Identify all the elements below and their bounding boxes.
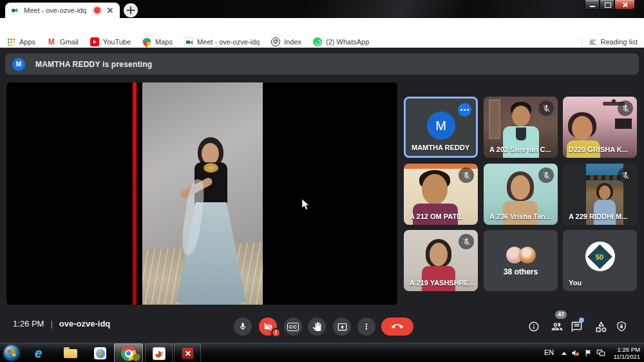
meet-favicon-icon [10,6,19,15]
taskbar-chrome-button[interactable] [114,343,143,362]
bookmark-index[interactable]: @ Index [271,37,301,46]
presentation-video[interactable] [6,82,397,305]
camera-alert-badge: ! [271,328,281,338]
taskbar-media-player-icon[interactable] [94,347,106,359]
gmail-icon: M [47,37,56,46]
call-end-icon [392,321,403,332]
more-options-button[interactable] [357,318,375,336]
tab-title: Meet - ove-ozve-idq [24,6,91,14]
mic-off-icon [459,234,474,249]
tile-grisha[interactable]: D220 GRISHA K... [563,97,637,158]
start-button[interactable] [4,345,19,361]
people-icon [551,320,564,333]
reading-list-icon [589,38,597,46]
participant-name: A 229 RIDDHI M... [569,213,627,220]
meeting-code: ove-ozve-idq [59,319,110,329]
present-icon [337,322,347,332]
end-call-button[interactable] [381,318,413,336]
participant-name: A 219 YASHSHRE... [410,279,475,287]
window-close-button[interactable] [614,0,635,10]
tile-vrisha[interactable]: A 236 Vrisha Tan... [484,164,558,225]
activities-button[interactable] [594,320,607,333]
mic-off-icon [618,167,633,183]
present-button[interactable] [333,318,351,336]
raise-hand-button[interactable] [308,318,326,336]
browser-tab[interactable]: Meet - ove-ozve-idq [5,3,120,18]
dancer-figure [142,82,263,305]
window-minimize-button[interactable] [585,0,600,10]
meeting-time: 1:26 PM [13,319,44,329]
participant-name: A 212 OM PATIL [410,213,463,220]
presenting-message: MAMTHA REDDY is presenting [35,60,152,69]
tile-others[interactable]: 38 others [484,230,558,291]
meeting-details-button[interactable] [527,320,540,333]
chrome-profile-badge [133,354,140,361]
tab-close-icon[interactable] [106,6,115,15]
windows-logo-icon [7,348,15,357]
taskbar-excel-button[interactable]: ✕ [174,343,201,362]
others-count: 38 others [484,267,558,276]
system-clock[interactable]: 1:26 PM 11/1/2021 [613,346,640,360]
bookmark-whatsapp[interactable]: (2) WhatsApp [313,37,369,46]
tile-shreyan[interactable]: A 202 Shreyan C... [484,97,558,158]
language-indicator[interactable]: EN [544,348,554,356]
tile-options-icon[interactable] [458,103,471,117]
presenting-banner: M MAMTHA REDDY is presenting [5,53,639,75]
action-center-flag-icon[interactable] [584,348,592,357]
tile-om-patil[interactable]: A 212 OM PATIL [404,164,478,225]
bookmark-apps[interactable]: Apps [6,37,35,46]
shield-lock-icon [616,321,627,332]
window-restore-button[interactable] [600,0,614,10]
at-sign-icon: @ [271,37,280,46]
tile-you[interactable]: 50 You [563,230,637,291]
meet-control-bar: 1:26 PM | ove-ozve-idq ! CC [0,308,644,343]
recording-indicator-icon [94,7,100,14]
bookmark-gmail[interactable]: M Gmail [47,37,79,46]
video-red-edge [133,82,137,305]
captions-button[interactable]: CC [284,318,302,336]
bookmark-meet[interactable]: Meet - ove-ozve-idq [184,37,260,46]
dancer-video [142,82,263,305]
mic-off-icon [618,100,633,116]
participants-button[interactable] [551,320,564,333]
host-controls-button[interactable] [615,320,628,333]
meeting-meta: 1:26 PM | ove-ozve-idq [13,319,110,329]
others-avatars [506,247,536,263]
taskbar-powerpoint-button[interactable] [145,343,173,362]
excel-icon: ✕ [182,347,194,359]
taskbar-internet-explorer-icon[interactable]: e [35,347,42,360]
tile-yashshre[interactable]: A 219 YASHSHRE... [404,230,478,291]
activities-icon [595,321,607,333]
youtube-icon [90,37,99,46]
tile-riddhi[interactable]: A 229 RIDDHI M... [563,164,637,225]
bookmark-maps[interactable]: Maps [142,37,173,46]
tile-mamtha-reddy[interactable]: M MAMTHA REDDY [404,97,478,158]
windows-taskbar: e ✕ EN 1:26 PM 11/1/2021 [0,343,644,362]
bookmark-youtube[interactable]: YouTube [90,37,131,46]
volume-muted-icon[interactable] [571,348,580,357]
info-icon [528,321,540,332]
bookmarks-bar: Apps M Gmail YouTube Maps Meet - ove-ozv… [0,36,644,48]
taskbar-explorer-icon[interactable] [64,349,77,358]
mic-off-icon [538,167,554,183]
captions-icon: CC [287,323,299,331]
network-icon[interactable] [596,348,606,357]
participant-name: D220 GRISHA K... [569,146,628,153]
reading-list[interactable]: Reading list [582,38,638,46]
camera-off-button[interactable]: ! [259,318,277,336]
mouse-cursor [301,198,310,211]
tab-strip: Meet - ove-ozve-idq [0,0,644,18]
new-tab-button[interactable] [124,3,138,17]
mic-button[interactable] [234,318,252,336]
screen: Meet - ove-ozve-idq meet.google.com/ove-… [0,0,644,362]
whatsapp-icon [313,37,322,46]
browser-toolbar: meet.google.com/ove-ozve-idq [0,18,644,36]
participant-name: A 202 Shreyan C... [489,146,551,153]
chat-notification-dot [579,318,584,323]
participant-name: A 236 Vrisha Tan... [489,213,551,220]
meet-camera-icon [184,37,193,46]
presenter-avatar: M [12,58,25,71]
tray-expand-icon[interactable] [562,352,567,355]
meet-page: M MAMTHA REDDY is presenting [0,48,644,343]
clock-date: 11/1/2021 [613,353,640,360]
